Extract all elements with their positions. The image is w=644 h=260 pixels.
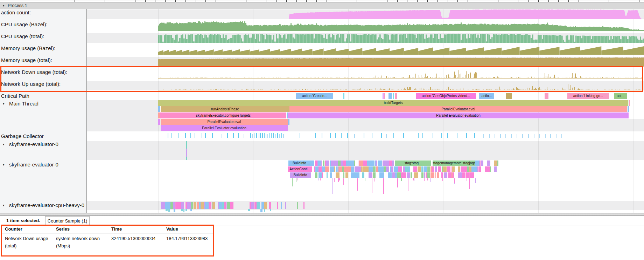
evaluator-call-tail[interactable] — [397, 178, 398, 187]
gc-event-tick[interactable] — [528, 134, 529, 138]
main-thread-span[interactable]: runAnalysisPhase — [161, 106, 289, 112]
gc-event-tick[interactable] — [283, 134, 284, 138]
critical-path-span[interactable]: action 'Creatin... — [296, 93, 333, 99]
evaluator-call-tail[interactable] — [430, 178, 431, 182]
critical-path-span[interactable] — [395, 93, 397, 99]
gc-event-tick[interactable] — [447, 133, 448, 138]
critical-path-span[interactable]: action 'GenObjcProtos video/... — [416, 93, 476, 99]
gc-event-tick[interactable] — [500, 134, 501, 138]
gc-event-tick[interactable] — [195, 133, 195, 138]
evaluator-span[interactable] — [458, 166, 460, 172]
evaluator-span[interactable] — [432, 166, 434, 172]
evaluator-call-tail[interactable] — [408, 178, 408, 191]
evaluator-span[interactable] — [387, 166, 390, 172]
evaluator-span[interactable] — [385, 160, 389, 166]
evaluator-span[interactable] — [392, 160, 394, 166]
gc-event-tick[interactable] — [277, 133, 278, 138]
evaluator-call-tail[interactable] — [467, 178, 467, 181]
evaluator-span[interactable] — [323, 160, 325, 166]
evaluator-span[interactable] — [318, 166, 322, 172]
gc-event-tick[interactable] — [393, 133, 394, 138]
critical-path-span[interactable] — [545, 93, 548, 99]
evaluator-span[interactable] — [383, 172, 384, 178]
evaluator-span[interactable] — [398, 166, 402, 172]
evaluator-span[interactable] — [444, 172, 447, 178]
evaluator-span[interactable] — [427, 172, 430, 178]
evaluator-span[interactable] — [326, 160, 329, 166]
evaluator-span[interactable] — [350, 160, 354, 166]
gc-event-tick[interactable] — [212, 133, 213, 138]
gc-event-tick[interactable] — [273, 133, 274, 138]
evaluator-span[interactable] — [452, 166, 455, 172]
evaluator-span[interactable] — [384, 166, 386, 172]
gc-event-tick[interactable] — [233, 133, 234, 138]
evaluator-span[interactable] — [490, 166, 491, 172]
evaluator-span[interactable] — [345, 172, 348, 178]
main-thread-span[interactable] — [287, 112, 288, 118]
cpu-heavy-span[interactable] — [191, 202, 194, 209]
cpu-heavy-subspan[interactable] — [270, 209, 271, 211]
main-thread-span[interactable] — [628, 106, 629, 112]
gc-event-tick[interactable] — [505, 134, 506, 138]
evaluator-call-tail[interactable] — [320, 178, 321, 180]
evaluator-call-tail[interactable] — [475, 178, 476, 183]
cpu-heavy-span[interactable] — [209, 202, 211, 209]
evaluator-span[interactable] — [355, 172, 359, 178]
evaluator-span[interactable] — [359, 166, 361, 172]
gc-event-tick[interactable] — [275, 134, 276, 138]
cpu-heavy-span[interactable] — [250, 202, 251, 209]
evaluator-call-tail[interactable] — [424, 178, 425, 181]
cpu-heavy-span[interactable] — [173, 202, 175, 209]
collapse-arrow-icon[interactable]: ▾ — [3, 2, 5, 9]
gc-event-tick[interactable] — [168, 133, 168, 138]
evaluator-span[interactable] — [338, 160, 341, 166]
evaluator-span[interactable]: BuildInfo ... — [288, 160, 314, 166]
evaluator-span[interactable] — [430, 166, 432, 172]
gc-event-tick[interactable] — [347, 133, 348, 138]
evaluator-span[interactable] — [391, 166, 394, 172]
main-thread-span[interactable] — [629, 100, 630, 106]
cpu-heavy-span[interactable] — [297, 202, 298, 209]
cpu-heavy-span[interactable] — [303, 202, 304, 209]
evaluator-call-tail[interactable] — [413, 178, 414, 180]
evaluator-span[interactable] — [315, 160, 317, 166]
evaluator-span[interactable] — [351, 166, 354, 172]
evaluator-span[interactable]: BuildInfo — [290, 172, 311, 178]
evaluator-span[interactable] — [453, 172, 454, 178]
evaluator-call-tail[interactable] — [365, 178, 365, 181]
gc-event-tick[interactable] — [483, 134, 484, 138]
evaluator-call-tail[interactable] — [339, 178, 340, 180]
critical-path-span[interactable] — [383, 93, 384, 99]
cpu-heavy-span[interactable] — [285, 202, 286, 209]
gc-event-tick[interactable] — [372, 133, 372, 138]
evaluator-span[interactable] — [405, 166, 408, 172]
cpu-heavy-subspan[interactable] — [166, 209, 168, 211]
evaluator-call-tail[interactable] — [357, 178, 358, 191]
critical-path-span[interactable]: action 'Linking go... — [567, 93, 609, 99]
evaluator-span[interactable] — [421, 172, 424, 178]
gc-event-tick[interactable] — [418, 133, 419, 138]
gc-event-tick[interactable] — [202, 133, 202, 138]
cpu-heavy-span[interactable] — [205, 202, 209, 209]
evaluator-span[interactable] — [334, 160, 338, 166]
evaluator-span[interactable] — [465, 166, 467, 172]
evaluator-span[interactable] — [330, 166, 334, 172]
gc-event-tick[interactable] — [517, 134, 517, 138]
gc-event-tick[interactable] — [422, 133, 423, 138]
evaluator-call-tail[interactable] — [414, 178, 414, 181]
evaluator-call-tail[interactable] — [338, 178, 339, 182]
cpu-heavy-subspan[interactable] — [248, 209, 250, 211]
critical-path-span[interactable]: act... — [614, 93, 627, 99]
evaluator-span[interactable] — [438, 166, 441, 172]
evaluator-span[interactable] — [407, 172, 411, 178]
gc-event-tick[interactable] — [315, 133, 316, 138]
evaluator-call-tail[interactable] — [454, 178, 455, 183]
process-header[interactable]: ▾ Process 1 — [0, 2, 644, 9]
cpu-heavy-span[interactable] — [224, 202, 226, 209]
evaluator-span[interactable] — [413, 166, 417, 172]
gc-event-tick[interactable] — [256, 133, 257, 138]
cpu-heavy-subspan[interactable] — [183, 209, 184, 212]
evaluator-span[interactable] — [322, 172, 322, 178]
evaluator-span[interactable] — [477, 166, 478, 172]
evaluator-span[interactable]: stag:stag... — [395, 160, 431, 166]
